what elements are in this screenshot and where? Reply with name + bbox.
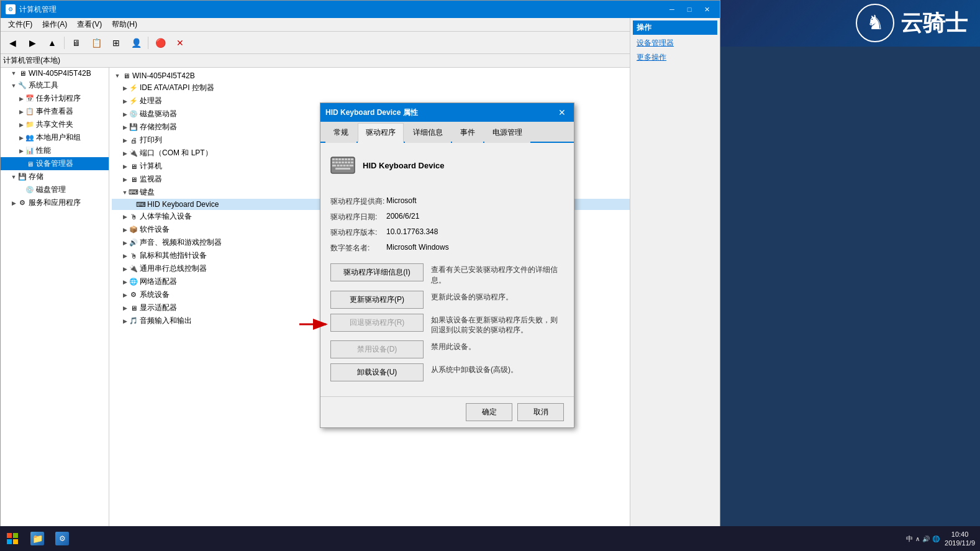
svg-rect-11 [342, 162, 344, 163]
info-row-date: 驱动程序日期: 2006/6/21 [330, 212, 564, 222]
tree-services[interactable]: ▶ ⚙ 服务和应用程序 [1, 196, 109, 209]
tab-events[interactable]: 事件 [452, 123, 483, 143]
svg-text:♞: ♞ [866, 11, 884, 34]
tree-system-tools[interactable]: ▼ 🔧 系统工具 [1, 79, 109, 92]
toolbar-btn3[interactable]: ⊞ [107, 34, 125, 52]
svg-rect-5 [345, 158, 347, 160]
actions-panel: 操作 设备管理器 更多操作 [630, 18, 720, 527]
svg-rect-19 [347, 165, 349, 166]
uninstall-device-button[interactable]: 卸载设备(U) [330, 363, 424, 381]
taskbar-computer-mgmt[interactable]: ⚙ [50, 526, 75, 551]
address-bar: 计算机管理(本地) [1, 54, 720, 68]
info-row-version: 驱动程序版本: 10.0.17763.348 [330, 227, 564, 238]
right-ide-node[interactable]: ▶ ⚡ IDE ATA/ATAPI 控制器 [112, 81, 717, 94]
tab-bar: 常规 驱动程序 详细信息 事件 电源管理 [320, 122, 574, 143]
toolbar-forward[interactable]: ▶ [23, 34, 42, 52]
tab-general[interactable]: 常规 [325, 123, 356, 143]
actions-device-manager[interactable]: 设备管理器 [633, 36, 717, 50]
menu-bar: 文件(F) 操作(A) 查看(V) 帮助(H) [1, 18, 720, 32]
window-title: 计算机管理 [19, 4, 664, 15]
tree-task-scheduler[interactable]: ▶ 📅 任务计划程序 [1, 92, 109, 105]
cancel-button[interactable]: 取消 [517, 403, 564, 421]
toolbar: ◀ ▶ ▲ 🖥 📋 ⊞ 👤 🔴 ✕ [1, 32, 720, 54]
tree-storage-label: 存储 [29, 171, 43, 182]
ime-label: ∧ [915, 535, 920, 542]
update-driver-row: 更新驱动程序(P) 更新此设备的驱动程序。 [330, 291, 564, 309]
tree-local-users[interactable]: ▶ 👥 本地用户和组 [1, 131, 109, 144]
svg-rect-3 [338, 158, 341, 160]
toolbar-sep2 [148, 37, 148, 49]
tree-event-viewer[interactable]: ▶ 📋 事件查看器 [1, 105, 109, 118]
device-name: HID Keyboard Device [363, 161, 445, 170]
maximize-button[interactable]: □ [681, 3, 697, 16]
svg-rect-27 [13, 533, 18, 538]
disable-device-button[interactable]: 禁用设备(D) [330, 340, 424, 358]
tree-performance[interactable]: ▶ 📊 性能 [1, 144, 109, 157]
tree-disk-mgmt[interactable]: 💿 磁盘管理 [1, 183, 109, 196]
red-arrow-icon [296, 315, 330, 334]
network-icon[interactable]: 🌐 [932, 535, 940, 542]
driver-detail-button[interactable]: 驱动程序详细信息(I) [330, 263, 424, 281]
tree-root[interactable]: ▼ 🖥 WIN-405P4I5T42B [1, 68, 109, 79]
provider-value: Microsoft [386, 196, 417, 207]
toolbar-back[interactable]: ◀ [3, 34, 22, 52]
device-icon [330, 153, 355, 178]
svg-rect-4 [342, 158, 344, 160]
svg-rect-17 [340, 165, 343, 166]
ok-button[interactable]: 确定 [466, 403, 512, 421]
window-controls: ─ □ ✕ [664, 3, 715, 16]
toolbar-up[interactable]: ▲ [43, 34, 61, 52]
taskbar-time[interactable]: 10:40 2019/11/9 [945, 530, 975, 548]
right-computer-node[interactable]: ▼ 🖥 WIN-405P4I5T42B [112, 70, 717, 81]
tab-driver[interactable]: 驱动程序 [358, 123, 404, 143]
provider-label: 驱动程序提供商: [330, 196, 386, 207]
menu-view[interactable]: 查看(V) [72, 18, 107, 31]
tree-device-manager[interactable]: 🖥 设备管理器 [1, 157, 109, 170]
toolbar-delete[interactable]: ✕ [171, 34, 189, 52]
rollback-driver-button[interactable]: 回退驱动程序(R) [330, 314, 424, 332]
driver-detail-desc: 查看有关已安装驱动程序文件的详细信息。 [431, 263, 564, 286]
menu-file[interactable]: 文件(F) [3, 18, 37, 31]
toolbar-btn2[interactable]: 📋 [87, 34, 106, 52]
action-buttons: 驱动程序详细信息(I) 查看有关已安装驱动程序文件的详细信息。 更新驱动程序(P… [330, 263, 564, 381]
tree-shared-folders[interactable]: ▶ 📁 共享文件夹 [1, 118, 109, 131]
signer-label: 数字签名者: [330, 243, 386, 253]
window-titlebar: ⚙ 计算机管理 ─ □ ✕ [1, 1, 720, 18]
svg-rect-13 [348, 162, 350, 163]
tab-details[interactable]: 详细信息 [405, 123, 451, 143]
info-row-provider: 驱动程序提供商: Microsoft [330, 196, 564, 207]
toolbar-btn4[interactable]: 👤 [127, 34, 145, 52]
menu-action[interactable]: 操作(A) [37, 18, 72, 31]
toolbar-export[interactable]: 🔴 [151, 34, 170, 52]
svg-rect-10 [338, 162, 341, 163]
driver-detail-row: 驱动程序详细信息(I) 查看有关已安装驱动程序文件的详细信息。 [330, 263, 564, 286]
update-driver-desc: 更新此设备的驱动程序。 [431, 291, 513, 303]
windows-icon [7, 533, 18, 544]
menu-help[interactable]: 帮助(H) [107, 18, 142, 31]
actions-more[interactable]: 更多操作 [633, 50, 717, 65]
tree-storage[interactable]: ▼ 💾 存储 [1, 170, 109, 183]
speaker-icon[interactable]: 🔊 [922, 535, 930, 542]
disable-device-row: 禁用设备(D) 禁用此设备。 [330, 340, 564, 358]
date-value: 2006/6/21 [386, 212, 419, 222]
minimize-button[interactable]: ─ [664, 3, 680, 16]
svg-rect-9 [335, 162, 338, 163]
taskbar-file-explorer[interactable]: 📁 [25, 526, 50, 551]
toolbar-btn1[interactable]: 🖥 [67, 34, 86, 52]
tree-panel: ▼ 🖥 WIN-405P4I5T42B ▼ 🔧 系统工具 ▶ 📅 任务计划程序 … [1, 68, 109, 527]
logo-icon: ♞ [855, 3, 896, 43]
ime-indicator[interactable]: 中 [906, 534, 913, 544]
close-button[interactable]: ✕ [699, 3, 715, 16]
svg-rect-20 [350, 165, 354, 166]
rollback-driver-row: 回退驱动程序(R) 如果该设备在更新驱动程序后失败，则回退到以前安装的驱动程序。 [330, 314, 564, 336]
update-driver-button[interactable]: 更新驱动程序(P) [330, 291, 424, 309]
tray-icons: 中 ∧ 🔊 🌐 [906, 534, 940, 544]
dialog: HID Keyboard Device 属性 ✕ 常规 驱动程序 详细信息 事件… [320, 102, 574, 428]
start-button[interactable] [0, 526, 25, 551]
logo-text: 云骑士 [901, 8, 968, 39]
svg-rect-15 [332, 165, 336, 166]
svg-rect-21 [335, 168, 350, 170]
taskbar-right: 中 ∧ 🔊 🌐 10:40 2019/11/9 [906, 530, 980, 548]
dialog-close-button[interactable]: ✕ [555, 106, 569, 119]
tab-power[interactable]: 电源管理 [484, 123, 530, 143]
